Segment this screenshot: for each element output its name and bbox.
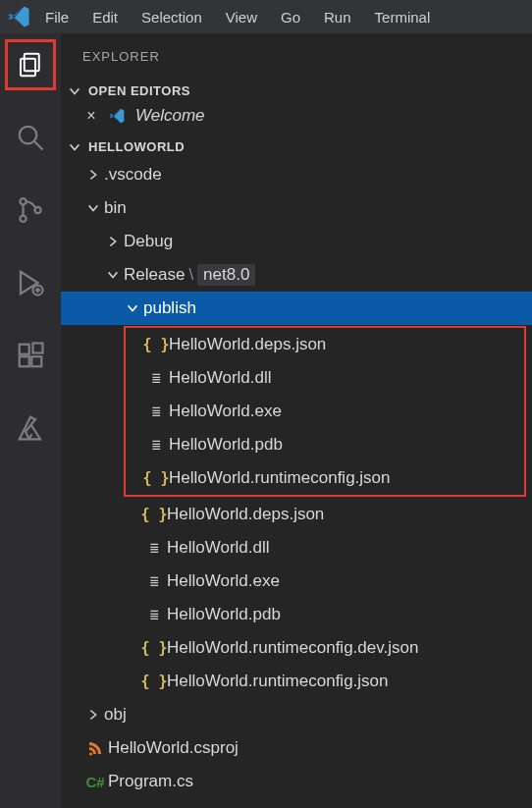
file-label: HelloWorld.runtimeconfig.json xyxy=(165,672,389,691)
chevron-down-icon xyxy=(67,140,82,154)
folder-label: Release xyxy=(122,265,185,285)
folder-publish[interactable]: publish xyxy=(61,292,532,325)
explorer-icon[interactable] xyxy=(5,39,56,90)
file-csproj[interactable]: HelloWorld.csproj xyxy=(61,731,532,765)
folder-vscode[interactable]: .vscode xyxy=(61,158,532,191)
chevron-right-icon xyxy=(84,168,102,182)
path-separator: \ xyxy=(185,265,195,285)
close-icon[interactable]: × xyxy=(82,107,100,125)
binary-icon: ≣ xyxy=(145,403,167,420)
menu-run[interactable]: Run xyxy=(314,5,361,29)
file-label: HelloWorld.deps.json xyxy=(167,335,326,354)
file-label: HelloWorld.runtimeconfig.dev.json xyxy=(165,638,418,658)
folder-debug[interactable]: Debug xyxy=(61,225,532,258)
file-tree: .vscode bin Debug Release \ net8.0 xyxy=(61,158,532,798)
file-row[interactable]: ≣HelloWorld.pdb xyxy=(126,428,524,461)
file-row[interactable]: { }HelloWorld.runtimeconfig.dev.json xyxy=(61,631,532,665)
open-editor-entry[interactable]: × Welcome xyxy=(61,102,532,135)
file-label: HelloWorld.dll xyxy=(167,368,272,388)
file-row[interactable]: { }HelloWorld.runtimeconfig.json xyxy=(126,461,524,495)
highlight-box: { }HelloWorld.deps.json ≣HelloWorld.dll … xyxy=(124,326,526,497)
sidebar-title: EXPLORER xyxy=(61,41,532,80)
svg-rect-13 xyxy=(33,344,43,353)
json-icon: { } xyxy=(145,469,167,487)
svg-rect-11 xyxy=(20,356,29,366)
file-row[interactable]: ≣HelloWorld.exe xyxy=(126,395,524,428)
json-icon: { } xyxy=(143,673,165,690)
file-label: HelloWorld.pdb xyxy=(165,605,281,624)
file-program[interactable]: C# Program.cs xyxy=(61,765,532,798)
folder-label: .vscode xyxy=(102,165,162,185)
svg-rect-0 xyxy=(25,54,39,72)
file-label: Program.cs xyxy=(106,772,193,791)
vscode-logo-icon xyxy=(108,107,128,125)
workspace-label: HELLOWORLD xyxy=(88,139,185,154)
release-target: net8.0 xyxy=(197,264,255,286)
search-icon[interactable] xyxy=(5,112,56,163)
folder-label: bin xyxy=(102,198,127,218)
folder-label: obj xyxy=(102,705,127,725)
svg-point-5 xyxy=(20,216,26,222)
file-label: HelloWorld.pdb xyxy=(167,435,283,455)
svg-point-6 xyxy=(34,207,40,213)
menu-view[interactable]: View xyxy=(216,5,267,29)
menu-file[interactable]: File xyxy=(35,5,79,29)
file-row[interactable]: { }HelloWorld.deps.json xyxy=(126,328,524,361)
chevron-down-icon xyxy=(67,84,82,98)
folder-bin[interactable]: bin xyxy=(61,191,532,225)
chevron-right-icon xyxy=(104,235,122,248)
svg-rect-10 xyxy=(20,345,29,354)
file-row[interactable]: ≣HelloWorld.pdb xyxy=(61,598,532,631)
file-row[interactable]: ≣HelloWorld.dll xyxy=(126,361,524,395)
activity-bar xyxy=(0,33,61,808)
json-icon: { } xyxy=(143,506,165,523)
folder-obj[interactable]: obj xyxy=(61,698,532,731)
workspace-header[interactable]: HELLOWORLD xyxy=(61,135,532,158)
file-label: HelloWorld.csproj xyxy=(106,738,239,758)
svg-rect-1 xyxy=(21,59,35,77)
explorer-sidebar: EXPLORER OPEN EDITORS × Welcome HELLOWOR… xyxy=(61,33,532,808)
file-label: HelloWorld.exe xyxy=(165,571,280,591)
azure-icon[interactable] xyxy=(5,403,56,454)
binary-icon: ≣ xyxy=(145,369,167,387)
binary-icon: ≣ xyxy=(143,539,165,557)
run-debug-icon[interactable] xyxy=(5,257,56,308)
open-editor-label: Welcome xyxy=(135,106,205,126)
json-icon: { } xyxy=(143,639,165,657)
svg-point-2 xyxy=(20,127,37,144)
extensions-icon[interactable] xyxy=(5,330,56,381)
menu-selection[interactable]: Selection xyxy=(132,5,212,29)
json-icon: { } xyxy=(145,336,167,353)
folder-label: publish xyxy=(141,298,196,318)
vscode-logo-icon xyxy=(6,4,31,29)
menu-edit[interactable]: Edit xyxy=(82,5,128,29)
file-row[interactable]: ≣HelloWorld.dll xyxy=(61,531,532,565)
file-row[interactable]: { }HelloWorld.runtimeconfig.json xyxy=(61,665,532,698)
chevron-down-icon xyxy=(84,201,102,215)
svg-point-4 xyxy=(20,198,26,204)
binary-icon: ≣ xyxy=(145,436,167,454)
chevron-down-icon xyxy=(124,301,141,315)
file-label: HelloWorld.deps.json xyxy=(165,505,324,524)
menu-go[interactable]: Go xyxy=(271,5,310,29)
svg-rect-12 xyxy=(31,356,41,366)
chevron-right-icon xyxy=(84,708,102,722)
file-label: HelloWorld.dll xyxy=(165,538,270,558)
file-label: HelloWorld.exe xyxy=(167,402,282,421)
open-editors-label: OPEN EDITORS xyxy=(88,83,190,98)
menu-terminal[interactable]: Terminal xyxy=(365,5,441,29)
file-row[interactable]: ≣HelloWorld.exe xyxy=(61,565,532,598)
binary-icon: ≣ xyxy=(143,572,165,590)
svg-line-3 xyxy=(34,141,43,150)
binary-icon: ≣ xyxy=(143,606,165,623)
xml-icon xyxy=(84,740,106,756)
menu-bar: File Edit Selection View Go Run Terminal xyxy=(0,0,532,33)
folder-release[interactable]: Release \ net8.0 xyxy=(61,258,532,292)
csharp-icon: C# xyxy=(84,774,106,790)
chevron-down-icon xyxy=(104,268,122,282)
open-editors-header[interactable]: OPEN EDITORS xyxy=(61,80,532,102)
source-control-icon[interactable] xyxy=(5,185,56,236)
file-label: HelloWorld.runtimeconfig.json xyxy=(167,468,391,488)
file-row[interactable]: { }HelloWorld.deps.json xyxy=(61,498,532,531)
folder-label: Debug xyxy=(122,232,173,251)
